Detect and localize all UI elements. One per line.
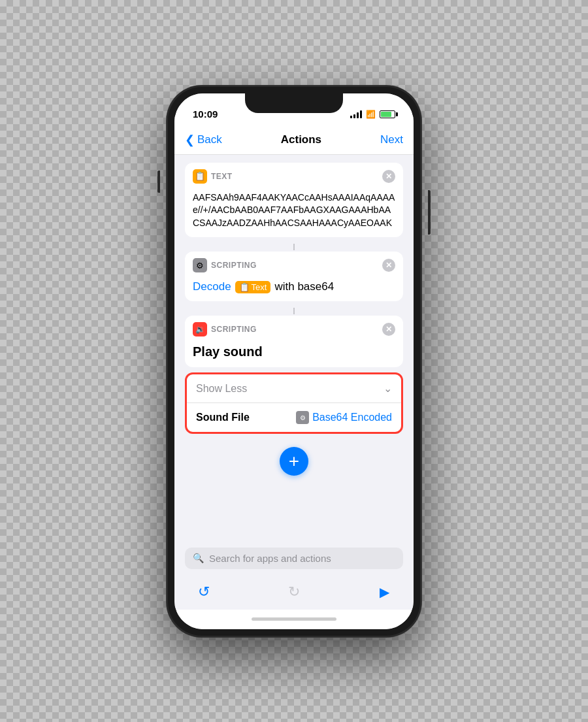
notch [245, 93, 343, 113]
search-bar[interactable]: 🔍 Search for apps and actions [185, 548, 403, 569]
back-chevron-icon: ❮ [185, 133, 195, 147]
search-placeholder: Search for apps and actions [209, 553, 331, 564]
status-bar: 10:09 📶 [174, 93, 414, 126]
text-badge: 📋 Text [235, 281, 271, 293]
play-sound-type-label: SCRIPTING [211, 325, 257, 334]
play-sound-card-content: Play sound [185, 342, 403, 367]
back-button[interactable]: ❮ Back [185, 133, 222, 147]
nav-title: Actions [281, 133, 321, 146]
show-less-chevron-icon: ⌄ [384, 382, 392, 395]
bottom-area: 🔍 Search for apps and actions [174, 542, 414, 574]
decode-suffix: with base64 [274, 280, 334, 293]
text-card-label: 📋 TEXT [193, 169, 233, 184]
wifi-icon: 📶 [366, 110, 376, 119]
base64-badge[interactable]: ⚙ Base64 Encoded [296, 411, 392, 424]
signal-icon [350, 110, 362, 118]
text-action-card: 📋 TEXT ✕ AAFSAAh9AAF4AAKYAACcAAHsAAAIAAq… [185, 163, 403, 238]
decode-label[interactable]: Decode [193, 280, 231, 293]
next-button[interactable]: Next [380, 133, 403, 146]
base64-label: Base64 Encoded [312, 412, 392, 423]
decode-action-card: ⚙ SCRIPTING ✕ Decode 📋 Text with base64 [185, 252, 403, 301]
decode-type-label: SCRIPTING [211, 261, 257, 270]
show-less-header[interactable]: Show Less ⌄ [187, 374, 401, 403]
redo-button[interactable]: ↻ [283, 581, 305, 603]
scripting-icon: ⚙ [193, 258, 207, 272]
text-type-label: TEXT [211, 172, 233, 181]
home-bar [252, 617, 336, 621]
toolbar: ↺ ↻ ▶ [174, 574, 414, 610]
decode-row: Decode 📋 Text with base64 [193, 280, 395, 293]
text-card-header: 📋 TEXT ✕ [185, 163, 403, 189]
phone-frame: 10:09 📶 ❮ Back Actions Next [167, 86, 421, 637]
decode-card-content: Decode 📋 Text with base64 [185, 278, 403, 301]
decode-card-close-button[interactable]: ✕ [382, 259, 395, 272]
redo-icon: ↻ [288, 583, 300, 600]
show-less-label: Show Less [196, 383, 247, 395]
play-sound-card-header: 🔉 SCRIPTING ✕ [185, 316, 403, 342]
status-time: 10:09 [193, 108, 218, 120]
connector-1 [185, 242, 403, 252]
play-sound-card-close-button[interactable]: ✕ [382, 323, 395, 336]
search-icon: 🔍 [193, 553, 204, 563]
connector-2 [185, 306, 403, 316]
text-card-close-button[interactable]: ✕ [382, 170, 395, 183]
undo-button[interactable]: ↺ [193, 581, 215, 603]
text-card-content: AAFSAAh9AAF4AAKYAACcAAHsAAAIAAqAAAAe//+/… [185, 189, 403, 238]
home-indicator [174, 610, 414, 629]
add-action-button[interactable]: + [280, 447, 308, 476]
base64-icon: ⚙ [296, 411, 309, 424]
navigation-bar: ❮ Back Actions Next [174, 126, 414, 155]
text-value: AAFSAAh9AAF4AAKYAACcAAHsAAAIAAqAAAAe//+/… [193, 192, 395, 228]
text-badge-label: Text [252, 282, 267, 292]
decode-card-header: ⚙ SCRIPTING ✕ [185, 252, 403, 278]
phone-screen: 10:09 📶 ❮ Back Actions Next [174, 93, 414, 629]
sound-icon: 🔉 [193, 322, 207, 336]
add-button-container: + [185, 439, 403, 484]
play-icon: ▶ [380, 584, 389, 600]
battery-icon [380, 110, 395, 118]
sound-file-row: Sound File ⚙ Base64 Encoded [187, 403, 401, 432]
undo-icon: ↺ [198, 583, 210, 600]
play-sound-action-card: 🔉 SCRIPTING ✕ Play sound [185, 316, 403, 367]
text-icon: 📋 [193, 169, 207, 184]
play-sound-title: Play sound [193, 344, 263, 359]
text-badge-icon: 📋 [239, 282, 250, 292]
play-sound-card-label: 🔉 SCRIPTING [193, 322, 257, 336]
show-less-section: Show Less ⌄ Sound File ⚙ Base64 Encoded [185, 372, 403, 434]
decode-card-label: ⚙ SCRIPTING [193, 258, 257, 272]
content-area: 📋 TEXT ✕ AAFSAAh9AAF4AAKYAACcAAHsAAAIAAq… [174, 155, 414, 542]
status-icons: 📶 [350, 110, 395, 119]
back-label: Back [197, 133, 222, 146]
play-button[interactable]: ▶ [373, 581, 395, 603]
sound-file-label: Sound File [196, 412, 250, 423]
